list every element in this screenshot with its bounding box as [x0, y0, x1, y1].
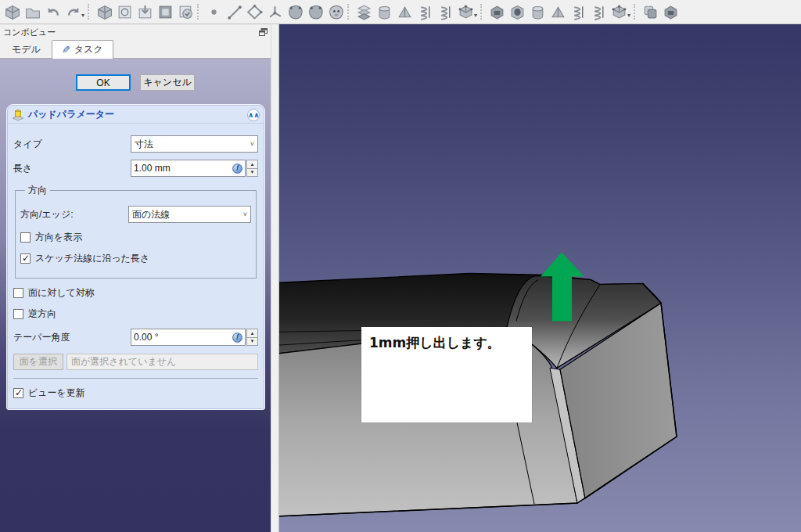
along-sketch-normal-label: スケッチ法線に沿った長さ — [35, 252, 149, 265]
direction-group-label: 方向 — [25, 184, 50, 197]
boolean-operation-icon[interactable] — [640, 2, 660, 22]
clone-icon[interactable] — [325, 2, 346, 22]
tab-model[interactable]: モデル — [2, 41, 51, 58]
expression-icon[interactable]: f — [232, 164, 242, 174]
toolbar-separator — [197, 4, 200, 20]
along-sketch-normal-checkbox[interactable] — [20, 253, 31, 264]
select-face-button[interactable]: 面を選択 — [13, 354, 63, 370]
update-view-label: ビューを更新 — [28, 386, 85, 400]
subtractive-loft-icon[interactable] — [548, 2, 568, 22]
task-panel: OK キャンセル パッドパラメーター ∧∧ タイプ — [0, 59, 271, 532]
length-spinbox[interactable]: 1.00 mm f ▲ ▼ — [131, 160, 258, 177]
3d-model[interactable] — [279, 24, 801, 532]
taper-spinbox[interactable]: 0.00 ° f ▲ ▼ — [131, 329, 258, 346]
datum-point-icon[interactable] — [203, 2, 224, 22]
edit-sketch-icon[interactable] — [155, 2, 175, 22]
dropdown-caret-icon[interactable]: ▾ — [81, 12, 84, 19]
panel-splitter[interactable] — [271, 24, 279, 532]
float-panel-icon[interactable] — [259, 28, 268, 36]
length-spin-up[interactable]: ▲ — [246, 160, 258, 168]
pad-parameters-title: パッドパラメーター — [28, 108, 247, 121]
along-sketch-normal-row[interactable]: スケッチ法線に沿った長さ — [20, 252, 251, 265]
toolbar-separator — [480, 4, 483, 20]
show-direction-row[interactable]: 方向を表示 — [20, 231, 251, 244]
direction-group: 方向 方向/エッジ: 面の法線 ˅ 方向を表示 — [15, 184, 257, 279]
type-label: タイプ — [13, 138, 131, 151]
panel-title: コンボビュー — [3, 27, 259, 38]
tab-task[interactable]: ✎ タスク — [52, 40, 113, 59]
symmetric-label: 面に対して対称 — [28, 286, 95, 300]
symmetric-checkbox[interactable] — [13, 288, 23, 298]
3d-viewport[interactable]: 1mm押し出します。 — [279, 24, 801, 532]
shapebinder-icon[interactable] — [285, 2, 305, 22]
validate-sketch-icon[interactable] — [175, 2, 196, 22]
reversed-label: 逆方向 — [28, 307, 56, 321]
groove-icon[interactable] — [527, 2, 548, 22]
chevron-down-icon: ˅ — [250, 140, 254, 148]
pad-parameters-box: パッドパラメーター ∧∧ タイプ 寸法 ˅ 長さ — [6, 104, 265, 410]
chevron-down-icon: ˅ — [243, 210, 247, 218]
pad-parameters-header: パッドパラメーター ∧∧ — [7, 105, 264, 124]
pad-icon[interactable] — [354, 2, 374, 22]
annotation-text: 1mm押し出します。 — [369, 335, 501, 350]
additive-helix-icon[interactable] — [435, 2, 455, 22]
pad-icon — [12, 109, 24, 121]
tab-model-label: モデル — [12, 43, 41, 56]
show-direction-checkbox[interactable] — [20, 232, 31, 243]
dropdown-caret-icon[interactable]: ▾ — [474, 12, 477, 19]
open-folder-icon[interactable] — [22, 2, 42, 22]
selected-face-field: 面が選択されていません — [66, 354, 258, 370]
show-direction-label: 方向を表示 — [35, 231, 82, 244]
additive-primitive-icon[interactable] — [455, 2, 476, 22]
type-value: 寸法 — [135, 138, 250, 151]
panel-title-bar: コンボビュー — [0, 24, 271, 39]
additive-loft-icon[interactable] — [394, 2, 415, 22]
datum-cs-icon[interactable] — [264, 2, 285, 22]
subshapebinder-icon[interactable] — [305, 2, 325, 22]
undo-icon[interactable] — [42, 2, 63, 22]
datum-line-icon[interactable] — [224, 2, 244, 22]
revolution-icon[interactable] — [374, 2, 394, 22]
taper-spin-down[interactable]: ▼ — [246, 337, 258, 347]
reversed-checkbox[interactable] — [13, 309, 23, 319]
datum-plane-icon[interactable] — [244, 2, 264, 22]
main-toolbar: ▾▾▾ — [0, 0, 801, 24]
collapse-icon[interactable]: ∧∧ — [247, 109, 260, 121]
pocket-icon[interactable] — [487, 2, 507, 22]
annotation-box: 1mm押し出します。 — [361, 327, 532, 422]
map-sketch-icon[interactable] — [135, 2, 155, 22]
taper-value: 0.00 ° — [134, 332, 232, 343]
taper-spin-up[interactable]: ▲ — [246, 329, 258, 337]
update-view-checkbox[interactable] — [13, 388, 23, 398]
additive-pipe-icon[interactable] — [415, 2, 435, 22]
type-dropdown[interactable]: 寸法 ˅ — [131, 135, 258, 153]
create-body-icon[interactable] — [94, 2, 114, 22]
toolbar-separator — [347, 4, 350, 20]
direction-edge-dropdown[interactable]: 面の法線 ˅ — [128, 206, 251, 223]
length-label: 長さ — [13, 162, 131, 175]
toolbar-separator — [634, 4, 637, 20]
reversed-row[interactable]: 逆方向 — [13, 307, 258, 321]
subtractive-pipe-icon[interactable] — [568, 2, 588, 22]
expression-icon[interactable]: f — [232, 332, 242, 343]
create-part-icon[interactable] — [2, 2, 22, 22]
tab-task-label: タスク — [74, 43, 103, 56]
create-sketch-icon[interactable] — [114, 2, 135, 22]
taper-label: テーパー角度 — [13, 331, 131, 344]
length-spin-down[interactable]: ▼ — [246, 168, 258, 178]
length-value: 1.00 mm — [134, 163, 232, 174]
divider — [13, 378, 258, 379]
subtractive-helix-icon[interactable] — [588, 2, 609, 22]
symmetric-row[interactable]: 面に対して対称 — [13, 286, 258, 300]
cancel-button[interactable]: キャンセル — [140, 74, 195, 91]
direction-edge-label: 方向/エッジ: — [20, 208, 128, 221]
subtractive-primitive-icon[interactable] — [609, 2, 629, 22]
dropdown-caret-icon[interactable]: ▾ — [627, 12, 630, 19]
pencil-icon: ✎ — [62, 45, 70, 55]
ok-button[interactable]: OK — [76, 74, 131, 91]
freecad-window: ▾▾▾ コンボビュー モデル ✎ タスク OK — [0, 0, 801, 532]
redo-icon[interactable] — [63, 2, 83, 22]
hole-icon[interactable] — [507, 2, 527, 22]
pattern-icon[interactable] — [660, 2, 681, 22]
update-view-row[interactable]: ビューを更新 — [13, 386, 258, 400]
